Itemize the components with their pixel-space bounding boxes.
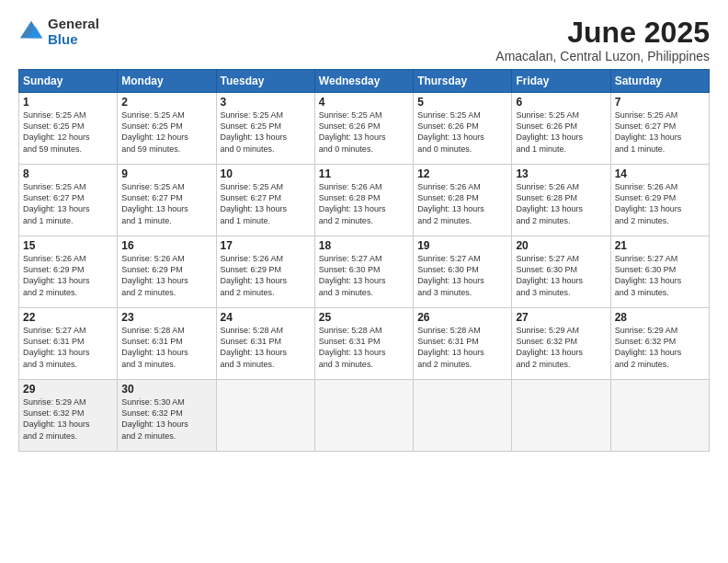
day-number: 25 bbox=[319, 311, 409, 324]
day-number: 23 bbox=[121, 311, 211, 324]
day-info: Sunrise: 5:25 AMSunset: 6:26 PMDaylight:… bbox=[516, 109, 606, 155]
table-row: 3Sunrise: 5:25 AMSunset: 6:25 PMDaylight… bbox=[216, 93, 314, 165]
day-info: Sunrise: 5:29 AMSunset: 6:32 PMDaylight:… bbox=[516, 325, 606, 370]
day-number: 14 bbox=[615, 167, 705, 180]
col-wednesday: Wednesday bbox=[314, 70, 413, 93]
table-row: 17Sunrise: 5:26 AMSunset: 6:29 PMDayligh… bbox=[216, 236, 314, 308]
table-row: 20Sunrise: 5:27 AMSunset: 6:30 PMDayligh… bbox=[512, 236, 610, 308]
logo-blue: Blue bbox=[48, 32, 99, 48]
calendar-week-3: 22Sunrise: 5:27 AMSunset: 6:31 PMDayligh… bbox=[19, 308, 710, 380]
day-number: 5 bbox=[417, 96, 507, 109]
table-row: 6Sunrise: 5:25 AMSunset: 6:26 PMDaylight… bbox=[512, 93, 610, 165]
day-number: 30 bbox=[121, 383, 211, 396]
day-number: 16 bbox=[121, 239, 211, 252]
calendar-week-2: 15Sunrise: 5:26 AMSunset: 6:29 PMDayligh… bbox=[19, 236, 710, 308]
table-row: 19Sunrise: 5:27 AMSunset: 6:30 PMDayligh… bbox=[414, 236, 512, 308]
page: General Blue June 2025 Amacalan, Central… bbox=[0, 0, 728, 563]
day-info: Sunrise: 5:28 AMSunset: 6:31 PMDaylight:… bbox=[319, 325, 409, 370]
logo-icon bbox=[18, 19, 44, 45]
day-info: Sunrise: 5:25 AMSunset: 6:25 PMDaylight:… bbox=[221, 109, 311, 155]
table-row bbox=[314, 380, 413, 452]
day-number: 29 bbox=[23, 383, 113, 396]
day-number: 15 bbox=[23, 239, 113, 252]
day-info: Sunrise: 5:25 AMSunset: 6:25 PMDaylight:… bbox=[121, 109, 211, 155]
day-number: 1 bbox=[23, 96, 113, 109]
day-info: Sunrise: 5:25 AMSunset: 6:27 PMDaylight:… bbox=[615, 109, 705, 155]
table-row: 16Sunrise: 5:26 AMSunset: 6:29 PMDayligh… bbox=[118, 236, 216, 308]
table-row: 13Sunrise: 5:26 AMSunset: 6:28 PMDayligh… bbox=[512, 165, 610, 236]
day-info: Sunrise: 5:26 AMSunset: 6:29 PMDaylight:… bbox=[221, 253, 311, 298]
table-row bbox=[414, 380, 512, 452]
table-row: 29Sunrise: 5:29 AMSunset: 6:32 PMDayligh… bbox=[19, 380, 118, 452]
table-row: 2Sunrise: 5:25 AMSunset: 6:25 PMDaylight… bbox=[118, 93, 216, 165]
day-number: 12 bbox=[417, 167, 507, 180]
table-row: 10Sunrise: 5:25 AMSunset: 6:27 PMDayligh… bbox=[216, 165, 314, 236]
calendar-week-1: 8Sunrise: 5:25 AMSunset: 6:27 PMDaylight… bbox=[19, 165, 710, 236]
table-row: 9Sunrise: 5:25 AMSunset: 6:27 PMDaylight… bbox=[118, 165, 216, 236]
table-row: 18Sunrise: 5:27 AMSunset: 6:30 PMDayligh… bbox=[314, 236, 413, 308]
header-row: Sunday Monday Tuesday Wednesday Thursday… bbox=[19, 70, 710, 93]
table-row: 14Sunrise: 5:26 AMSunset: 6:29 PMDayligh… bbox=[610, 165, 709, 236]
day-number: 11 bbox=[319, 167, 409, 180]
day-info: Sunrise: 5:27 AMSunset: 6:30 PMDaylight:… bbox=[615, 253, 705, 298]
day-info: Sunrise: 5:26 AMSunset: 6:29 PMDaylight:… bbox=[615, 181, 705, 226]
calendar-header: Sunday Monday Tuesday Wednesday Thursday… bbox=[19, 70, 710, 93]
day-number: 7 bbox=[615, 96, 705, 109]
day-info: Sunrise: 5:29 AMSunset: 6:32 PMDaylight:… bbox=[23, 396, 113, 442]
day-number: 28 bbox=[615, 311, 705, 324]
day-number: 22 bbox=[23, 311, 113, 324]
day-info: Sunrise: 5:29 AMSunset: 6:32 PMDaylight:… bbox=[615, 325, 705, 370]
table-row: 25Sunrise: 5:28 AMSunset: 6:31 PMDayligh… bbox=[314, 308, 413, 380]
col-monday: Monday bbox=[118, 70, 216, 93]
day-number: 18 bbox=[319, 239, 409, 252]
day-info: Sunrise: 5:25 AMSunset: 6:26 PMDaylight:… bbox=[319, 109, 409, 155]
calendar-week-4: 29Sunrise: 5:29 AMSunset: 6:32 PMDayligh… bbox=[19, 380, 710, 452]
table-row: 5Sunrise: 5:25 AMSunset: 6:26 PMDaylight… bbox=[414, 93, 512, 165]
subtitle: Amacalan, Central Luzon, Philippines bbox=[495, 49, 710, 63]
day-info: Sunrise: 5:27 AMSunset: 6:30 PMDaylight:… bbox=[319, 253, 409, 298]
calendar-body: 1Sunrise: 5:25 AMSunset: 6:25 PMDaylight… bbox=[19, 93, 710, 452]
col-thursday: Thursday bbox=[414, 70, 512, 93]
table-row: 21Sunrise: 5:27 AMSunset: 6:30 PMDayligh… bbox=[610, 236, 709, 308]
day-number: 10 bbox=[221, 167, 311, 180]
table-row bbox=[610, 380, 709, 452]
table-row: 8Sunrise: 5:25 AMSunset: 6:27 PMDaylight… bbox=[19, 165, 118, 236]
day-info: Sunrise: 5:26 AMSunset: 6:29 PMDaylight:… bbox=[23, 253, 113, 298]
table-row: 15Sunrise: 5:26 AMSunset: 6:29 PMDayligh… bbox=[19, 236, 118, 308]
logo-general: General bbox=[48, 17, 99, 32]
table-row: 12Sunrise: 5:26 AMSunset: 6:28 PMDayligh… bbox=[414, 165, 512, 236]
day-info: Sunrise: 5:27 AMSunset: 6:31 PMDaylight:… bbox=[23, 325, 113, 370]
logo: General Blue bbox=[18, 17, 99, 47]
day-info: Sunrise: 5:27 AMSunset: 6:30 PMDaylight:… bbox=[516, 253, 606, 298]
day-number: 21 bbox=[615, 239, 705, 252]
table-row: 22Sunrise: 5:27 AMSunset: 6:31 PMDayligh… bbox=[19, 308, 118, 380]
table-row: 28Sunrise: 5:29 AMSunset: 6:32 PMDayligh… bbox=[610, 308, 709, 380]
calendar-week-0: 1Sunrise: 5:25 AMSunset: 6:25 PMDaylight… bbox=[19, 93, 710, 165]
table-row bbox=[512, 380, 610, 452]
day-info: Sunrise: 5:28 AMSunset: 6:31 PMDaylight:… bbox=[417, 325, 507, 370]
day-number: 17 bbox=[221, 239, 311, 252]
day-info: Sunrise: 5:26 AMSunset: 6:28 PMDaylight:… bbox=[319, 181, 409, 226]
day-info: Sunrise: 5:28 AMSunset: 6:31 PMDaylight:… bbox=[221, 325, 311, 370]
logo-text: General Blue bbox=[48, 17, 99, 47]
col-sunday: Sunday bbox=[19, 70, 118, 93]
main-title: June 2025 bbox=[495, 17, 710, 49]
day-info: Sunrise: 5:25 AMSunset: 6:26 PMDaylight:… bbox=[417, 109, 507, 155]
table-row: 26Sunrise: 5:28 AMSunset: 6:31 PMDayligh… bbox=[414, 308, 512, 380]
day-number: 20 bbox=[516, 239, 606, 252]
table-row: 1Sunrise: 5:25 AMSunset: 6:25 PMDaylight… bbox=[19, 93, 118, 165]
day-info: Sunrise: 5:28 AMSunset: 6:31 PMDaylight:… bbox=[121, 325, 211, 370]
day-number: 27 bbox=[516, 311, 606, 324]
day-number: 19 bbox=[417, 239, 507, 252]
table-row: 4Sunrise: 5:25 AMSunset: 6:26 PMDaylight… bbox=[314, 93, 413, 165]
table-row: 27Sunrise: 5:29 AMSunset: 6:32 PMDayligh… bbox=[512, 308, 610, 380]
day-number: 26 bbox=[417, 311, 507, 324]
table-row: 24Sunrise: 5:28 AMSunset: 6:31 PMDayligh… bbox=[216, 308, 314, 380]
day-info: Sunrise: 5:26 AMSunset: 6:28 PMDaylight:… bbox=[417, 181, 507, 226]
day-info: Sunrise: 5:26 AMSunset: 6:28 PMDaylight:… bbox=[516, 181, 606, 226]
day-info: Sunrise: 5:25 AMSunset: 6:25 PMDaylight:… bbox=[23, 109, 113, 155]
day-info: Sunrise: 5:25 AMSunset: 6:27 PMDaylight:… bbox=[121, 181, 211, 226]
title-area: June 2025 Amacalan, Central Luzon, Phili… bbox=[495, 17, 710, 63]
day-info: Sunrise: 5:26 AMSunset: 6:29 PMDaylight:… bbox=[121, 253, 211, 298]
table-row: 7Sunrise: 5:25 AMSunset: 6:27 PMDaylight… bbox=[610, 93, 709, 165]
